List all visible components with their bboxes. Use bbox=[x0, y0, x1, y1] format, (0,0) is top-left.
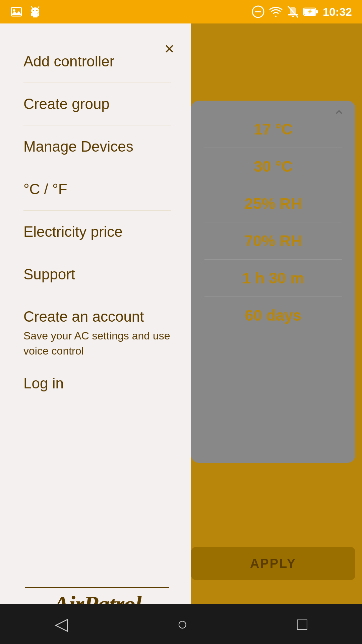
svg-line-6 bbox=[38, 7, 39, 8]
wifi-icon bbox=[269, 6, 283, 17]
create-account-title[interactable]: Create an account bbox=[23, 308, 171, 325]
battery-icon: ⚡ bbox=[303, 6, 318, 17]
card-value-1: 17 °C bbox=[204, 111, 342, 148]
menu-item-support[interactable]: Support bbox=[23, 253, 171, 296]
close-button[interactable]: × bbox=[165, 40, 174, 57]
svg-rect-13 bbox=[288, 14, 298, 15]
card-value-4: 70% RH bbox=[204, 222, 342, 260]
settings-card: ⌃ 17 °C 30 °C 25% RH 70% RH 1 h 30 m 60 … bbox=[191, 101, 355, 463]
card-value-5: 1 h 30 m bbox=[204, 260, 342, 297]
card-value-2: 30 °C bbox=[204, 148, 342, 185]
svg-line-5 bbox=[32, 7, 33, 8]
recents-button[interactable]: □ bbox=[297, 614, 307, 634]
drawer-menu: × Add controller Create group Manage Dev… bbox=[0, 23, 191, 644]
svg-point-1 bbox=[13, 9, 15, 12]
menu-item-login[interactable]: Log in bbox=[23, 362, 171, 405]
menu-item-electricity-price[interactable]: Electricity price bbox=[23, 211, 171, 253]
chevron-up-icon[interactable]: ⌃ bbox=[333, 107, 345, 124]
navigation-bar: ◁ ○ □ bbox=[0, 604, 362, 644]
notification-icon bbox=[287, 5, 299, 18]
create-account-subtitle: Save your AC settings and use voice cont… bbox=[23, 328, 171, 359]
svg-rect-8 bbox=[38, 13, 39, 16]
main-content: ⌃ 17 °C 30 °C 25% RH 70% RH 1 h 30 m 60 … bbox=[0, 23, 362, 644]
svg-point-3 bbox=[33, 10, 34, 11]
status-time: 10:32 bbox=[323, 5, 352, 18]
minus-circle-icon bbox=[252, 5, 264, 18]
menu-item-add-controller[interactable]: Add controller bbox=[23, 40, 171, 83]
menu-item-create-group[interactable]: Create group bbox=[23, 83, 171, 125]
home-button[interactable]: ○ bbox=[177, 614, 188, 634]
logo-line-top bbox=[25, 587, 169, 588]
back-button[interactable]: ◁ bbox=[55, 614, 68, 634]
menu-item-unit-toggle[interactable]: °C / °F bbox=[23, 168, 171, 211]
svg-point-4 bbox=[36, 10, 38, 11]
svg-text:⚡: ⚡ bbox=[307, 9, 313, 14]
svg-rect-15 bbox=[316, 10, 318, 13]
card-value-6: 60 days bbox=[204, 297, 342, 334]
status-bar: ⚡ 10:32 bbox=[0, 0, 362, 23]
menu-item-create-account[interactable]: Create an account Save your AC settings … bbox=[23, 296, 171, 362]
status-left-icons bbox=[10, 5, 42, 18]
menu-item-manage-devices[interactable]: Manage Devices bbox=[23, 125, 171, 168]
svg-rect-0 bbox=[11, 7, 21, 16]
apply-button[interactable]: APPLY bbox=[191, 547, 355, 580]
status-right-icons: ⚡ 10:32 bbox=[252, 5, 352, 18]
svg-rect-7 bbox=[31, 13, 33, 16]
card-value-3: 25% RH bbox=[204, 185, 342, 222]
android-icon bbox=[29, 5, 42, 18]
image-icon bbox=[10, 5, 23, 18]
svg-rect-9 bbox=[33, 13, 38, 17]
